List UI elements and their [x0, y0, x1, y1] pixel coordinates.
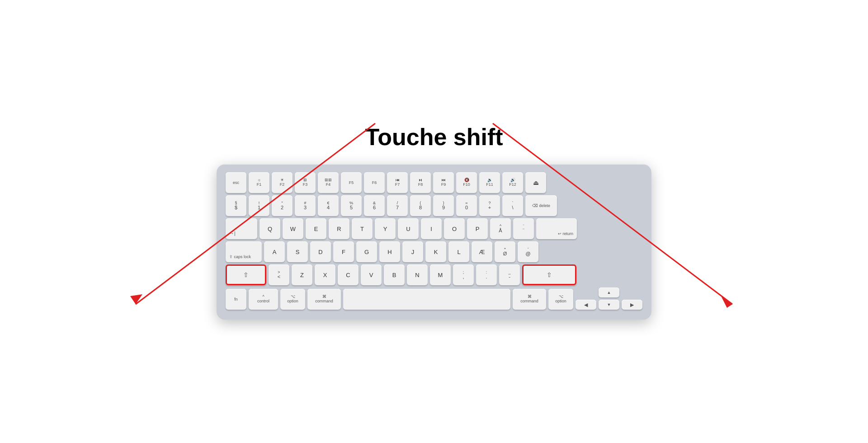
- key-6[interactable]: & 6: [364, 195, 385, 216]
- key-0[interactable]: = 0: [456, 195, 477, 216]
- key-arrow-down[interactable]: ▼: [599, 300, 619, 310]
- key-c[interactable]: C: [338, 264, 359, 285]
- key-j[interactable]: J: [402, 241, 423, 262]
- key-period[interactable]: : .: [476, 264, 497, 285]
- key-f3[interactable]: ⊞ F3: [295, 172, 316, 193]
- key-f5[interactable]: F5: [341, 172, 362, 193]
- key-q[interactable]: Q: [259, 218, 280, 239]
- key-fn[interactable]: fn: [226, 289, 246, 310]
- key-a[interactable]: A: [264, 241, 285, 262]
- key-n[interactable]: N: [407, 264, 428, 285]
- asdf-row: ⇪ caps lock A S D F G H J K L Æ * Ø ' @: [226, 241, 642, 262]
- qwerty-row: →| Q W E R T Y U I O P ^ Å ¨ ¨: [226, 218, 642, 239]
- key-backtick[interactable]: ` \: [502, 195, 523, 216]
- key-f12[interactable]: 🔊 F12: [502, 172, 523, 193]
- key-ae[interactable]: Æ: [472, 241, 492, 262]
- key-l[interactable]: L: [448, 241, 469, 262]
- key-eject[interactable]: ⏏: [525, 172, 546, 193]
- key-caps-lock[interactable]: ⇪ caps lock: [226, 241, 262, 262]
- key-d[interactable]: D: [310, 241, 331, 262]
- key-7[interactable]: / 7: [387, 195, 408, 216]
- key-arrow-up[interactable]: ▲: [599, 287, 619, 297]
- zxcv-row: ⇧ > < Z X C V B N M ; , : .: [226, 264, 642, 285]
- key-minus[interactable]: _ -: [499, 264, 520, 285]
- key-f8[interactable]: ⏯ F8: [410, 172, 431, 193]
- key-f4[interactable]: ⊞⊞ F4: [318, 172, 339, 193]
- key-3[interactable]: # 3: [295, 195, 316, 216]
- key-tab[interactable]: →|: [226, 218, 257, 239]
- key-arrow-right[interactable]: ▶: [622, 300, 642, 310]
- key-f[interactable]: F: [333, 241, 354, 262]
- key-shift-right[interactable]: ⇧: [522, 264, 576, 285]
- key-p[interactable]: P: [467, 218, 488, 239]
- key-command-left[interactable]: ⌘ command: [307, 289, 341, 310]
- key-v[interactable]: V: [361, 264, 382, 285]
- key-delete[interactable]: ⌫ delete: [525, 195, 557, 216]
- key-e[interactable]: E: [306, 218, 326, 239]
- key-esc[interactable]: esc: [226, 172, 246, 193]
- key-f11[interactable]: 🔉 F11: [479, 172, 500, 193]
- page-title: Touche shift: [365, 123, 503, 151]
- svg-marker-1: [130, 294, 142, 304]
- key-4[interactable]: € 4: [318, 195, 339, 216]
- fn-row: esc ☼ F1 ☀ F2 ⊞ F3 ⊞⊞ F4: [226, 172, 642, 193]
- key-option-left[interactable]: ⌥ option: [280, 289, 305, 310]
- key-h[interactable]: H: [379, 241, 400, 262]
- key-z[interactable]: Z: [292, 264, 312, 285]
- key-angle-bracket[interactable]: > <: [269, 264, 289, 285]
- key-at[interactable]: ' @: [518, 241, 538, 262]
- key-g[interactable]: G: [356, 241, 377, 262]
- key-k[interactable]: K: [425, 241, 446, 262]
- keyboard: esc ☼ F1 ☀ F2 ⊞ F3 ⊞⊞ F4: [217, 164, 651, 320]
- key-f7[interactable]: ⏮ F7: [387, 172, 408, 193]
- bottom-row: fn ^ control ⌥ option ⌘ command ⌘ comma: [226, 287, 642, 310]
- number-row: § $ ! 1 " 2 # 3 € 4: [226, 195, 642, 216]
- key-plus[interactable]: ? +: [479, 195, 500, 216]
- key-control[interactable]: ^ control: [249, 289, 278, 310]
- key-comma[interactable]: ; ,: [453, 264, 474, 285]
- key-s[interactable]: S: [287, 241, 308, 262]
- key-aa[interactable]: ^ Å: [490, 218, 511, 239]
- key-m[interactable]: M: [430, 264, 451, 285]
- key-5[interactable]: % 5: [341, 195, 362, 216]
- key-u[interactable]: U: [398, 218, 419, 239]
- key-r[interactable]: R: [329, 218, 349, 239]
- keyboard-wrapper: Touche shift esc ☼ F1 ☀: [217, 123, 651, 320]
- key-shift-left[interactable]: ⇧: [226, 264, 266, 285]
- key-2[interactable]: " 2: [272, 195, 292, 216]
- key-space[interactable]: [343, 289, 510, 310]
- key-oe[interactable]: * Ø: [495, 241, 515, 262]
- key-f1[interactable]: ☼ F1: [249, 172, 269, 193]
- key-arrow-left[interactable]: ◀: [576, 300, 596, 310]
- key-command-right[interactable]: ⌘ command: [513, 289, 546, 310]
- key-x[interactable]: X: [315, 264, 335, 285]
- key-section[interactable]: § $: [226, 195, 246, 216]
- key-b[interactable]: B: [384, 264, 405, 285]
- key-y[interactable]: Y: [375, 218, 396, 239]
- key-9[interactable]: ) 9: [433, 195, 454, 216]
- key-option-right[interactable]: ⌥ option: [548, 289, 573, 310]
- key-o[interactable]: O: [444, 218, 465, 239]
- key-return[interactable]: ↩ return: [536, 218, 577, 239]
- svg-marker-3: [721, 296, 732, 308]
- key-diaeresis[interactable]: ¨ ¨: [513, 218, 534, 239]
- key-f9[interactable]: ⏭ F9: [433, 172, 454, 193]
- key-8[interactable]: ( 8: [410, 195, 431, 216]
- key-w[interactable]: W: [283, 218, 303, 239]
- key-f10[interactable]: 🔇 F10: [456, 172, 477, 193]
- key-t[interactable]: T: [352, 218, 373, 239]
- key-f2[interactable]: ☀ F2: [272, 172, 292, 193]
- arrow-ud-group: ▲ ▼: [599, 287, 619, 310]
- key-f6[interactable]: F6: [364, 172, 385, 193]
- key-1[interactable]: ! 1: [249, 195, 269, 216]
- key-i[interactable]: I: [421, 218, 442, 239]
